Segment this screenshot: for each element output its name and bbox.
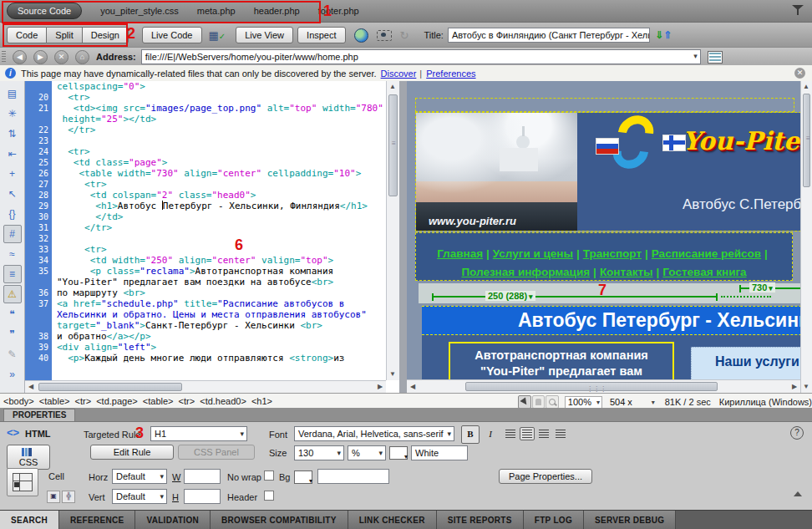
file-get-put-icon[interactable]: ⇓⇑	[655, 29, 672, 41]
word-wrap-icon[interactable]: ≡	[3, 265, 22, 283]
align-right-icon[interactable]	[536, 427, 551, 440]
css-mode-button[interactable]: CSS	[7, 445, 50, 470]
toolbar-grip[interactable]	[2, 51, 6, 63]
guide-label-730[interactable]: 730	[749, 282, 775, 292]
header-checkbox[interactable]	[264, 491, 274, 501]
code-line[interactable]: 28 <td colspan="2" class="head0">	[25, 190, 386, 201]
code-line[interactable]: 37<a href="schedule.php" title="Расписан…	[25, 298, 386, 309]
services-box[interactable]: Наши услуги	[691, 347, 800, 384]
tab-server-debug[interactable]: SERVER DEBUG	[584, 511, 676, 529]
code-line[interactable]: 39<div align="left">	[25, 342, 386, 353]
window-size-dropdown[interactable]: 504 x 388	[607, 397, 657, 408]
related-file-meta[interactable]: meta.php	[197, 6, 236, 16]
code-line[interactable]: 25 <td class="page">	[25, 157, 386, 168]
code-vertical-scrollbar[interactable]: ▲ ≡ ▼	[386, 81, 399, 380]
design-vertical-scrollbar[interactable]: ▲ ≡ ▼	[800, 81, 812, 393]
preferences-link[interactable]: Preferences	[426, 69, 475, 79]
tab-site-reports[interactable]: SITE REPORTS	[437, 511, 524, 529]
visual-aids-icon[interactable]	[377, 30, 392, 41]
scroll-down-icon[interactable]: ▼	[800, 381, 812, 393]
select-parent-tag-icon[interactable]: ↖	[3, 185, 22, 203]
w-input[interactable]	[184, 469, 221, 484]
highlight-invalid-code-icon[interactable]: ≈	[3, 245, 22, 263]
scroll-up-icon[interactable]: ▲	[800, 81, 812, 93]
design-view-pane[interactable]: You-Piter Автобус С.Петербург-Хельсинки …	[407, 81, 800, 393]
source-code-tab[interactable]: Source Code	[7, 3, 82, 19]
code-view-pane[interactable]: cellspacing="0">20 <tr>21 <td><img src="…	[25, 81, 399, 393]
stop-icon[interactable]: ✕	[54, 50, 69, 64]
edit-rule-button[interactable]: Edit Rule	[90, 445, 174, 460]
help-icon[interactable]: ?	[790, 426, 804, 440]
zoom-tool-icon[interactable]	[546, 395, 559, 409]
refresh-icon[interactable]: ↻	[400, 29, 409, 42]
design-hscroll-thumb[interactable]: ⋮⋮⋮	[465, 382, 718, 391]
back-icon[interactable]: ◀	[13, 50, 27, 64]
align-left-icon[interactable]	[503, 427, 518, 440]
page-top-image-region[interactable]	[415, 98, 794, 112]
nav-link[interactable]: Услуги и цены	[493, 247, 573, 260]
code-line[interactable]: 38и обратно</a></p>	[25, 331, 386, 342]
code-horizontal-scrollbar[interactable]: ◀ ▶	[25, 380, 386, 393]
design-vscroll-thumb[interactable]: ≡	[803, 94, 810, 187]
vert-dropdown[interactable]: Default	[112, 489, 167, 504]
font-dropdown[interactable]: Verdana, Arial, Helvetica, sans-serif	[294, 426, 454, 441]
recent-snippets-icon[interactable]: »	[3, 365, 22, 384]
collapse-selection-icon[interactable]: ⇤	[3, 145, 22, 163]
split-divider[interactable]	[399, 81, 407, 393]
tag-tr[interactable]: <tr>	[75, 396, 92, 406]
tab-link-checker[interactable]: LINK CHECKER	[348, 511, 437, 529]
nav-link[interactable]: Транспорт	[583, 247, 642, 260]
scroll-right-icon[interactable]: ▶	[374, 381, 386, 393]
balance-braces-icon[interactable]: {}	[3, 205, 22, 223]
text-color-input[interactable]: White	[411, 445, 468, 460]
page-h1-text[interactable]: Автобус Петербург - Хельсинки	[422, 307, 800, 332]
scroll-up-icon[interactable]: ▲	[387, 81, 398, 93]
line-numbers-icon[interactable]: #	[3, 225, 22, 243]
italic-button[interactable]: I	[481, 425, 500, 444]
align-justify-icon[interactable]	[553, 427, 568, 440]
tab-ftp-log[interactable]: FTP LOG	[524, 511, 584, 529]
page-properties-button[interactable]: Page Properties...	[499, 469, 592, 484]
properties-tab[interactable]: PROPERTIES	[3, 409, 75, 421]
open-documents-icon[interactable]: ▤	[3, 84, 22, 103]
code-lines[interactable]: cellspacing="0">20 <tr>21 <td><img src="…	[25, 81, 386, 380]
tag-body[interactable]: <body>	[3, 396, 34, 406]
site-navigation[interactable]: Главная|Услуги и цены|Транспорт|Расписан…	[415, 232, 793, 281]
code-line[interactable]: "You-Piter" предлагает вам поездки на ав…	[25, 277, 386, 287]
inspect-button[interactable]: Inspect	[297, 27, 345, 43]
live-view-button[interactable]: Live View	[236, 27, 293, 43]
site-header-banner[interactable]: You-Piter Автобус С.Петербург-Хельсинки …	[415, 112, 800, 231]
code-line[interactable]: 34 <td width="250" align="center" valign…	[25, 255, 386, 266]
address-input[interactable]: file:///E|/WebServers/home/you-piter/www…	[141, 49, 701, 64]
page-content-area[interactable]: Автотранспортная компания "You-Piter" пр…	[422, 335, 800, 379]
column-width-guide-250[interactable]	[432, 296, 718, 298]
code-vscroll-thumb[interactable]: ≡	[388, 94, 398, 196]
apply-comment-icon[interactable]: ❝	[3, 305, 22, 323]
scroll-left-icon[interactable]: ◀	[407, 381, 419, 393]
size-dropdown[interactable]: 130	[294, 445, 344, 460]
code-line[interactable]: 35 <p class="reclama">Автотранспортная к…	[25, 266, 386, 277]
nav-link[interactable]: Главная	[437, 247, 483, 260]
tag-table2[interactable]: <table>	[143, 396, 174, 406]
page-h1-banner[interactable]: Автобус Петербург - Хельсинки	[422, 306, 800, 335]
code-line[interactable]: 31 </tr>	[25, 222, 386, 233]
collapse-full-tag-icon[interactable]: ⇅	[3, 125, 22, 143]
size-unit-dropdown[interactable]: %	[348, 445, 386, 460]
title-input[interactable]: Автобус в Финляндию (Санкт Петербург - Х…	[448, 28, 650, 43]
discover-link[interactable]: Discover	[381, 69, 417, 79]
tag-td-page[interactable]: <td.page>	[96, 396, 138, 406]
code-line[interactable]: 40 <p>Каждый день многие люди отправляют…	[25, 353, 386, 364]
code-navigator-icon[interactable]: ✳	[3, 104, 22, 123]
design-horizontal-scrollbar[interactable]: ◀ ▶ ⋮⋮⋮	[407, 379, 800, 393]
code-line[interactable]: height="25"></td>	[25, 114, 386, 125]
nav-link[interactable]: Контакты	[600, 266, 653, 278]
zoom-level-dropdown[interactable]: 100%	[565, 396, 602, 409]
bold-button[interactable]: B	[461, 425, 480, 444]
guide-label-250[interactable]: 250 (288)	[485, 291, 535, 301]
code-line[interactable]: 32	[25, 233, 386, 244]
scroll-right-icon[interactable]: ▶	[789, 381, 800, 393]
code-line[interactable]: 21 <td><img src="images/page_top.png" al…	[25, 103, 386, 114]
merge-cells-icon[interactable]: ▣	[47, 491, 60, 503]
forward-icon[interactable]: ▶	[33, 50, 48, 64]
html-mode-button[interactable]: HTML	[25, 429, 51, 439]
